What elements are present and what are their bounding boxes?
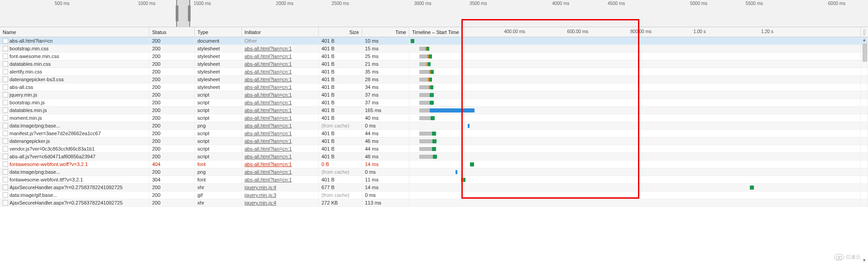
initiator-link[interactable]: abs-all.html?lan=cn:1 [245, 100, 292, 105]
initiator-link[interactable]: abs-all.html?lan=cn:1 [245, 177, 292, 182]
initiator-link[interactable]: jquery.min.js:4 [245, 185, 276, 190]
type-cell: script [195, 91, 242, 98]
column-time[interactable]: Time [362, 27, 409, 37]
request-row[interactable]: manifest.js?ver=3aee7d2e28662ea1cc67200s… [0, 130, 868, 137]
timing-bar [431, 116, 435, 120]
request-row[interactable]: fontawesome-webfont.woff?v=3.2.1404fonta… [0, 161, 868, 168]
column-type[interactable]: Type [195, 27, 242, 37]
column-timeline[interactable]: Timeline – Start Time 400.00 ms600.00 ms… [409, 27, 861, 37]
timing-bar [419, 116, 431, 120]
initiator-cell: abs-all.html?lan=cn:1 [242, 161, 319, 168]
request-row[interactable]: abs-all.html?lan=cn200documentOther401 B… [0, 37, 868, 45]
file-name: bootstrap.min.js [10, 100, 45, 105]
request-row[interactable]: data:image/png;base...200pngabs-all.html… [0, 122, 868, 130]
size-cell: 401 B [319, 176, 362, 183]
file-icon [3, 54, 8, 59]
initiator-link[interactable]: abs-all.html?lan=cn:1 [245, 146, 292, 152]
request-row[interactable]: jquery.min.js200scriptabs-all.html?lan=c… [0, 91, 868, 99]
timing-bar [430, 108, 475, 112]
initiator-link[interactable]: abs-all.html?lan=cn:1 [245, 123, 292, 128]
initiator-link[interactable]: abs-all.html?lan=cn:1 [245, 54, 292, 59]
type-cell: font [195, 176, 242, 183]
timing-bar [419, 132, 432, 136]
column-initiator[interactable]: Initiator [242, 27, 319, 37]
row-gutter [861, 199, 868, 206]
initiator-link[interactable]: abs-all.html?lan=cn:1 [245, 131, 292, 136]
name-cell: bootstrap.min.js [0, 99, 149, 106]
scrollbar-thumb[interactable] [863, 44, 867, 62]
scroll-up-arrow[interactable]: ▴ [862, 37, 867, 43]
type-cell: script [195, 145, 242, 152]
request-row[interactable]: AjaxSecureHandler.aspx?r=0.2758378224109… [0, 184, 868, 191]
request-row[interactable]: alertify.min.css200stylesheetabs-all.htm… [0, 68, 868, 76]
overview-timeline[interactable]: 500 ms1000 ms1500 ms2000 ms2500 ms3000 m… [0, 0, 868, 27]
initiator-link[interactable]: abs-all.html?lan=cn:1 [245, 69, 292, 74]
initiator-link[interactable]: abs-all.html?lan=cn:1 [245, 154, 292, 159]
initiator-cell: abs-all.html?lan=cn:1 [242, 137, 319, 145]
copy-icon[interactable] [863, 29, 865, 35]
row-gutter [861, 168, 868, 176]
timing-bar [419, 155, 433, 159]
initiator-cell: abs-all.html?lan=cn:1 [242, 114, 319, 122]
row-gutter [861, 83, 868, 91]
time-cell: 40 ms [362, 114, 409, 122]
initiator-link[interactable]: abs-all.html?lan=cn:1 [245, 92, 292, 98]
file-icon [3, 161, 8, 167]
request-row[interactable]: vendor.js?ver=0c3c863ccfd66c83a1b1200scr… [0, 145, 868, 153]
column-size[interactable]: Size [319, 27, 362, 37]
name-cell: fontawesome-webfont.ttf?v=3.2.1 [0, 176, 149, 183]
type-cell: png [195, 168, 242, 176]
size-cell: 401 B [319, 137, 362, 145]
initiator-link[interactable]: abs-all.html?lan=cn:1 [245, 77, 292, 82]
request-row[interactable]: datatables.min.css200stylesheetabs-all.h… [0, 60, 868, 68]
initiator-link[interactable]: abs-all.html?lan=cn:1 [245, 46, 292, 51]
time-cell: 25 ms [362, 53, 409, 60]
initiator-link[interactable]: abs-all.html?lan=cn:1 [245, 138, 292, 144]
timing-bar [468, 124, 470, 128]
timing-bar [750, 186, 754, 190]
request-row[interactable]: abs-all.js?ver=c6d0471af80856a23947200sc… [0, 153, 868, 161]
waterfall-cell [409, 176, 861, 183]
request-row[interactable]: fontawesome-webfont.ttf?v=3.2.1304fontab… [0, 176, 868, 184]
row-gutter [861, 184, 868, 191]
request-row[interactable]: moment.min.js200scriptabs-all.html?lan=c… [0, 114, 868, 122]
waterfall-cell [409, 137, 861, 145]
request-row[interactable]: bootstrap.min.js200scriptabs-all.html?la… [0, 99, 868, 107]
file-name: datatables.min.js [10, 108, 47, 113]
column-status[interactable]: Status [149, 27, 195, 37]
initiator-cell: jquery.min.js:3 [242, 191, 319, 199]
request-row[interactable]: data:image/gif;base...200gifjquery.min.j… [0, 191, 868, 199]
request-row[interactable]: AjaxSecureHandler.aspx?r=0.2758378224109… [0, 199, 868, 207]
request-row[interactable]: daterangepicker.js200scriptabs-all.html?… [0, 137, 868, 145]
type-cell: stylesheet [195, 60, 242, 68]
request-row[interactable]: abs-all.css200stylesheetabs-all.html?lan… [0, 83, 868, 91]
initiator-link[interactable]: jquery.min.js:3 [245, 192, 276, 198]
initiator-link[interactable]: abs-all.html?lan=cn:1 [245, 84, 292, 90]
initiator-link[interactable]: abs-all.html?lan=cn:1 [245, 61, 292, 67]
timing-bar [429, 78, 432, 82]
request-row[interactable]: daterangepicker-bs3.css200stylesheetabs-… [0, 76, 868, 83]
request-row[interactable]: data:image/png;base...200pngabs-all.html… [0, 168, 868, 176]
overview-window[interactable] [176, 0, 190, 27]
name-cell: datatables.min.js [0, 107, 149, 114]
timing-bar [419, 93, 430, 97]
initiator-link[interactable]: abs-all.html?lan=cn:1 [245, 169, 292, 175]
initiator-link[interactable]: abs-all.html?lan=cn:1 [245, 161, 292, 167]
waterfall-cell [409, 161, 861, 168]
name-cell: abs-all.css [0, 83, 149, 91]
file-name: alertify.min.css [10, 69, 42, 74]
file-name: data:image/png;base... [10, 169, 60, 175]
file-icon [3, 69, 8, 74]
initiator-link[interactable]: abs-all.html?lan=cn:1 [245, 115, 292, 121]
time-cell: 21 ms [362, 60, 409, 68]
file-icon [3, 154, 8, 159]
waterfall-cell [409, 122, 861, 129]
file-icon [3, 131, 8, 136]
request-row[interactable]: font-awesome.min.css200stylesheetabs-all… [0, 53, 868, 60]
initiator-link[interactable]: jquery.min.js:4 [245, 200, 276, 205]
request-row[interactable]: bootstrap.min.css200stylesheetabs-all.ht… [0, 45, 868, 53]
column-name[interactable]: Name [0, 27, 149, 37]
name-cell: AjaxSecureHandler.aspx?r=0.2758378224109… [0, 199, 149, 206]
initiator-link[interactable]: abs-all.html?lan=cn:1 [245, 108, 292, 113]
request-row[interactable]: datatables.min.js200scriptabs-all.html?l… [0, 107, 868, 114]
